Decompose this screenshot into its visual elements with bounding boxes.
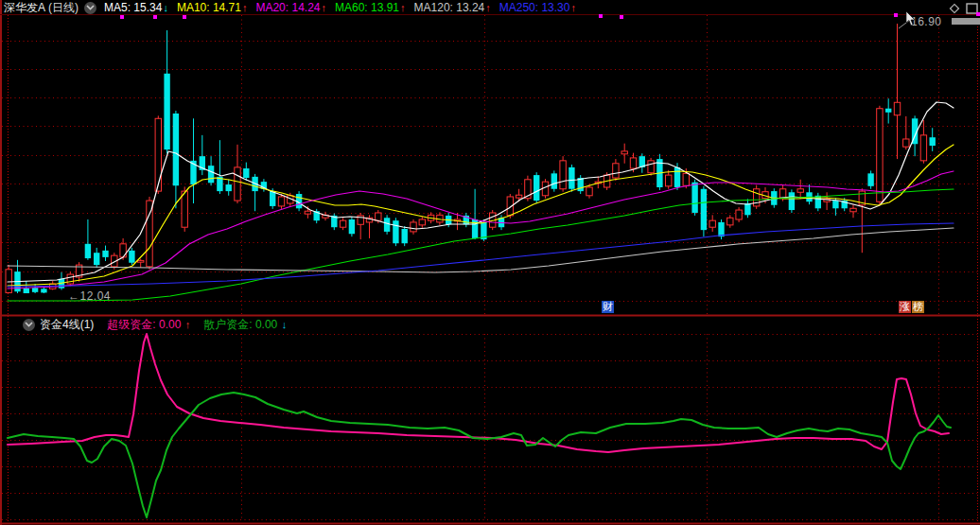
top-bar: 深华发A (日线) MA5: 15.34↓MA10: 14.71↑MA20: 1… [0, 0, 980, 15]
mouse-cursor-icon [905, 11, 917, 30]
ma-legend-item-ma250[interactable]: MA250: 13.30↑ [499, 1, 576, 14]
news-badge-cai[interactable]: 财 [602, 301, 614, 313]
down-arrow-icon: ↓ [163, 2, 168, 13]
indicator-title[interactable]: 资金4线(1) [40, 317, 94, 333]
ma-legend-item-ma60[interactable]: MA60: 13.91↑ [335, 1, 406, 14]
ma-legend: MA5: 15.34↓MA10: 14.71↑MA20: 14.24↑MA60:… [104, 1, 585, 14]
up-arrow-icon: ↑ [321, 2, 326, 13]
deco-dot [120, 15, 124, 19]
super-fund-value: 0.00 [159, 318, 181, 331]
indicator-panel-header: 资金4线(1) 超级资金: 0.00 ↑ 散户资金: 0.00 ↓ [0, 316, 980, 333]
deco-dot [620, 15, 623, 19]
up-arrow-icon: ↑ [570, 2, 576, 13]
stock-chart-window: 深华发A (日线) MA5: 15.34↓MA10: 14.71↑MA20: 1… [0, 0, 980, 525]
ma-legend-item-ma120[interactable]: MA120: 13.24↑ [414, 1, 491, 14]
chevron-down-icon [86, 5, 95, 10]
retail-fund-label: 散户资金: [203, 318, 252, 331]
collapse-main-button[interactable] [84, 2, 96, 14]
kline-chart-canvas[interactable] [0, 0, 980, 525]
max-price-bar [952, 18, 980, 25]
period-label: (日线) [48, 0, 79, 16]
corner-icons [948, 2, 978, 19]
deco-dot [183, 15, 186, 19]
up-arrow-icon: ↑ [400, 2, 406, 13]
ma-legend-text: MA60: 13.91 [335, 1, 399, 14]
ma-legend-text: MA20: 14.24 [255, 1, 320, 14]
min-price-label: ←12.04 [68, 289, 111, 303]
ma-legend-item-ma10[interactable]: MA10: 14.71↑ [177, 1, 248, 14]
ma-legend-text: MA120: 13.24 [414, 1, 485, 14]
chevron-down-icon [25, 322, 33, 327]
deco-dot [976, 12, 980, 16]
down-arrow-icon: ↓ [282, 319, 288, 330]
ma-legend-item-ma5[interactable]: MA5: 15.34↓ [104, 1, 168, 14]
retail-fund-legend: 散户资金: 0.00 ↓ [203, 317, 287, 333]
up-arrow-icon: ↑ [485, 2, 491, 13]
ma-legend-text: MA250: 13.30 [499, 1, 570, 14]
ma-legend-text: MA5: 15.34 [104, 1, 162, 14]
up-arrow-icon: ↑ [242, 2, 248, 13]
super-fund-label: 超级资金: [107, 318, 155, 331]
up-arrow-icon: ↑ [185, 319, 191, 330]
diamond-icon[interactable] [948, 2, 961, 19]
deco-dot [599, 14, 603, 18]
super-fund-legend: 超级资金: 0.00 ↑ [107, 317, 190, 333]
retail-fund-value: 0.00 [255, 318, 277, 331]
rank-badge-bang[interactable]: 榜 [912, 301, 924, 313]
stock-title: 深华发A [4, 0, 45, 16]
maximize-window-icon[interactable] [966, 2, 978, 19]
ma-legend-item-ma20[interactable]: MA20: 14.24↑ [255, 1, 326, 14]
rank-badge-zhang[interactable]: 涨 [899, 301, 911, 313]
deco-dot [153, 15, 157, 19]
deco-dot [894, 13, 898, 17]
collapse-indicator-button[interactable] [23, 319, 35, 331]
ma-legend-text: MA10: 14.71 [177, 1, 241, 14]
